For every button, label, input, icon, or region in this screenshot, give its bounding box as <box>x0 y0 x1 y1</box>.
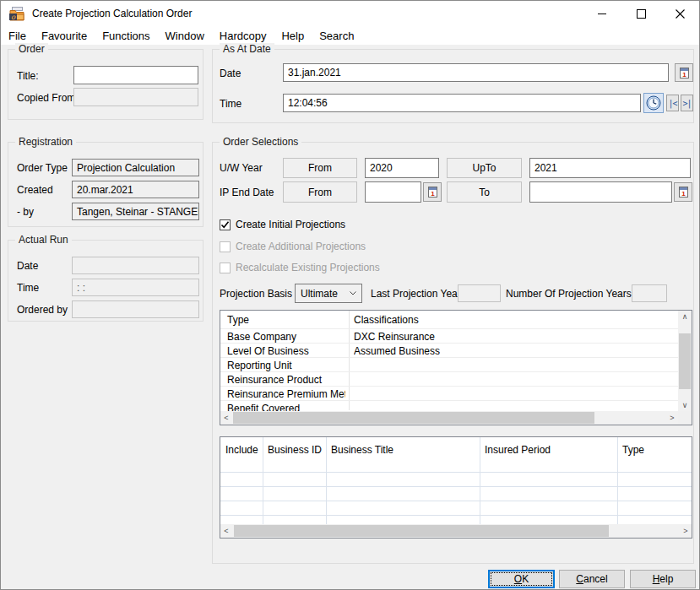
cancel-button-label: Cancel <box>576 573 607 585</box>
ordered-by-field <box>72 300 199 318</box>
as-at-date-calendar-button[interactable]: 1 <box>675 63 693 82</box>
as-at-date-input[interactable]: 31.jan.2021 <box>283 63 669 82</box>
order-selections-group: Order Selections U/W Year From 2020 UpTo… <box>212 142 694 564</box>
checkbox-create-initial-projections[interactable]: Create Initial Projections <box>220 219 345 230</box>
ip-end-date-from-label: From <box>283 181 357 203</box>
last-projection-year-input <box>458 284 501 302</box>
ip-end-date-to-label: To <box>447 181 522 203</box>
minimize-button[interactable] <box>583 1 621 26</box>
minimize-icon <box>598 14 606 14</box>
calendar-icon: 1 <box>679 67 690 79</box>
actual-run-date-field <box>72 257 199 274</box>
column-header-classifications: Classifications <box>354 314 419 326</box>
checkbox-label: Create Additional Projections <box>236 241 366 252</box>
actual-run-time-field: : : <box>72 279 199 296</box>
uw-year-upto-input[interactable]: 2021 <box>529 158 691 178</box>
table-row-classification[interactable]: DXC Reinsurance <box>354 331 675 343</box>
actual-run-group: Actual Run Date Time : : Ordered by <box>8 240 203 322</box>
menu-search[interactable]: Search <box>312 29 361 43</box>
table-row-type[interactable]: Level Of Business <box>227 345 345 357</box>
app-icon: o <box>8 7 25 21</box>
cancel-button[interactable]: Cancel <box>559 570 625 588</box>
projection-basis-value: Ultimate <box>301 288 338 300</box>
menu-favourite[interactable]: Favourite <box>34 29 95 43</box>
svg-text:o: o <box>11 12 16 20</box>
horizontal-scrollbar-thumb[interactable] <box>234 525 609 537</box>
column-header-type: Type <box>622 444 644 456</box>
registration-group-label: Registration <box>15 136 76 148</box>
scroll-right-icon[interactable]: > <box>666 412 678 424</box>
close-icon <box>676 9 685 19</box>
ip-end-date-to-input[interactable] <box>529 181 672 203</box>
table-row-type[interactable]: Reporting Unit <box>227 360 345 371</box>
registration-group: Registration Order Type Projection Calcu… <box>8 142 203 227</box>
uw-year-from-label: From <box>283 158 357 178</box>
row-divider <box>220 400 678 401</box>
svg-text:1: 1 <box>431 190 435 198</box>
table-row-classification[interactable]: Assumed Business <box>354 345 675 357</box>
horizontal-scrollbar-thumb[interactable] <box>233 412 594 424</box>
uw-year-label: U/W Year <box>220 162 263 174</box>
as-at-date-group-label: As At Date <box>220 43 274 55</box>
scroll-up-icon[interactable]: ∧ <box>678 311 692 322</box>
ok-button[interactable]: OK <box>488 570 555 588</box>
window-title: Create Projection Calculation Order <box>32 8 192 19</box>
row-divider <box>220 486 692 487</box>
table-row-type[interactable]: Reinsurance Premium Met... <box>227 388 345 400</box>
ip-end-date-from-input[interactable] <box>365 181 421 203</box>
ip-end-date-to-calendar-button[interactable]: 1 <box>674 182 692 202</box>
as-at-time-input[interactable]: 12:04:56 <box>283 94 641 112</box>
menu-help[interactable]: Help <box>274 29 312 43</box>
scroll-right-icon[interactable]: > <box>680 525 692 537</box>
actual-run-group-label: Actual Run <box>15 234 72 246</box>
created-by-field: Tangen, Steinar - STANGEN <box>72 203 199 220</box>
time-step-back-button[interactable]: |< <box>666 95 679 111</box>
row-divider <box>220 343 678 344</box>
column-divider <box>480 437 480 524</box>
menu-window[interactable]: Window <box>158 29 212 43</box>
row-divider <box>220 501 692 501</box>
order-group: Order Title: Copied From <box>8 49 203 120</box>
time-step-forward-button[interactable]: >| <box>681 95 693 111</box>
ip-end-date-from-calendar-button[interactable]: 1 <box>423 182 442 202</box>
menu-functions[interactable]: Functions <box>95 29 157 43</box>
order-type-label: Order Type <box>17 162 68 174</box>
projection-basis-label: Projection Basis <box>220 288 292 300</box>
vertical-scrollbar-thumb[interactable] <box>679 333 691 389</box>
scroll-left-icon[interactable]: < <box>220 412 232 424</box>
created-label: Created <box>17 184 53 196</box>
created-field: 20.mar.2021 <box>72 181 199 198</box>
column-header-insured-period: Insured Period <box>485 444 551 456</box>
clock-icon <box>646 95 661 111</box>
time-picker-button[interactable] <box>643 93 664 113</box>
uw-year-from-input[interactable]: 2020 <box>365 158 439 178</box>
scroll-left-icon[interactable]: < <box>220 525 232 537</box>
table-row-type[interactable]: Base Company <box>227 331 345 343</box>
maximize-button[interactable] <box>621 1 660 26</box>
row-divider <box>220 371 678 372</box>
copied-from-label: Copied From <box>17 92 75 104</box>
checkbox-recalculate-existing-projections: Recalculate Existing Projections <box>220 262 380 273</box>
row-divider <box>220 472 692 473</box>
svg-text:1: 1 <box>682 70 686 78</box>
column-divider <box>326 437 327 524</box>
close-button[interactable] <box>660 1 699 26</box>
column-header-business-title: Business Title <box>331 444 393 456</box>
checkbox-label: Create Initial Projections <box>236 219 345 230</box>
menu-file[interactable]: File <box>1 29 34 43</box>
help-button-label: Help <box>653 573 674 585</box>
calendar-icon: 1 <box>427 186 438 198</box>
title-input[interactable] <box>73 66 198 84</box>
step-last-icon: >| <box>682 99 691 108</box>
scroll-down-icon[interactable]: ∨ <box>678 399 692 411</box>
last-projection-year-label: Last Projection Year <box>371 288 461 300</box>
checkbox-box-icon <box>220 263 231 273</box>
scrollbar-corner <box>678 411 692 425</box>
actual-run-time-label: Time <box>17 282 39 294</box>
business-table: Include Business ID Business Title Insur… <box>220 436 692 539</box>
menu-hardcopy[interactable]: Hardcopy <box>212 29 274 43</box>
projection-basis-select[interactable]: Ultimate <box>295 284 362 303</box>
help-button[interactable]: Help <box>630 570 696 588</box>
dialog-create-projection-calculation-order: o Create Projection Calculation Order Fi… <box>0 0 700 590</box>
table-row-type[interactable]: Reinsurance Product <box>227 374 345 386</box>
